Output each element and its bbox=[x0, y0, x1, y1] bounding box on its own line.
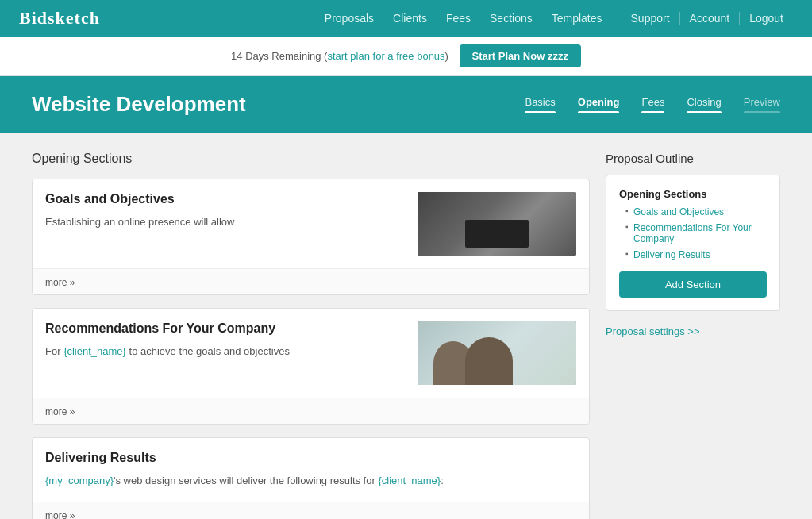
people-image bbox=[418, 321, 576, 385]
card-delivering-more-link[interactable]: more » bbox=[45, 510, 75, 520]
card-delivering-desc: {my_company}'s web design services will … bbox=[45, 473, 567, 489]
card-goals-title[interactable]: Goals and Objectives bbox=[45, 192, 408, 206]
right-panel: Proposal Outline Opening Sections Goals … bbox=[606, 152, 780, 519]
left-panel: Opening Sections Goals and Objectives Es… bbox=[32, 152, 590, 519]
nav-sections[interactable]: Sections bbox=[490, 12, 533, 25]
outline-title: Proposal Outline bbox=[606, 152, 780, 165]
opening-sections-heading: Opening Sections bbox=[32, 152, 590, 166]
outline-item-goals[interactable]: Goals and Objectives bbox=[625, 206, 767, 217]
outline-item-delivering[interactable]: Delivering Results bbox=[625, 249, 767, 260]
trial-banner: 14 Days Remaining (start plan for a free… bbox=[0, 37, 812, 76]
card-goals-image bbox=[418, 192, 576, 256]
card-delivering-more-row: more » bbox=[33, 502, 589, 520]
nav-support[interactable]: Support bbox=[622, 12, 680, 25]
card-recommendations: Recommendations For Your Company For {cl… bbox=[32, 308, 590, 425]
start-plan-button[interactable]: Start Plan Now zzzz bbox=[460, 44, 581, 67]
card-recommendations-text: Recommendations For Your Company For {cl… bbox=[45, 321, 418, 385]
card-goals-text: Goals and Objectives Establishing an onl… bbox=[45, 192, 418, 256]
card-recommendations-title[interactable]: Recommendations For Your Company bbox=[45, 321, 408, 336]
nav-fees[interactable]: Fees bbox=[446, 12, 471, 25]
proposal-settings-link[interactable]: Proposal settings >> bbox=[606, 321, 780, 342]
proposal-header: Website Development Basics Opening Fees … bbox=[0, 76, 812, 133]
nav-account[interactable]: Account bbox=[680, 12, 741, 25]
navbar: Bidsketch Proposals Clients Fees Section… bbox=[0, 0, 812, 37]
desk-image bbox=[418, 192, 576, 256]
card-goals: Goals and Objectives Establishing an onl… bbox=[32, 179, 590, 295]
card-delivering-text: Delivering Results {my_company}'s web de… bbox=[45, 451, 576, 489]
card-goals-inner: Goals and Objectives Establishing an onl… bbox=[33, 179, 589, 268]
card-delivering-title[interactable]: Delivering Results bbox=[45, 451, 567, 465]
card-goals-desc: Establishing an online presence will all… bbox=[45, 214, 408, 230]
step-closing[interactable]: Closing bbox=[687, 96, 721, 113]
bonus-link[interactable]: start plan for a free bonus bbox=[327, 50, 444, 62]
proposal-steps: Basics Opening Fees Closing Preview bbox=[525, 96, 780, 113]
card-goals-more-row: more » bbox=[33, 268, 589, 294]
step-preview[interactable]: Preview bbox=[744, 96, 780, 113]
nav-right: Support Account Logout bbox=[622, 12, 793, 25]
step-fees[interactable]: Fees bbox=[641, 96, 664, 113]
nav-templates[interactable]: Templates bbox=[552, 12, 602, 25]
card-recommendations-inner: Recommendations For Your Company For {cl… bbox=[33, 309, 589, 398]
outline-item-recommendations[interactable]: Recommendations For Your Company bbox=[625, 222, 767, 244]
card-recommendations-desc: For {client_name} to achieve the goals a… bbox=[45, 344, 408, 359]
add-section-button[interactable]: Add Section bbox=[619, 271, 767, 298]
outline-box: Opening Sections Goals and Objectives Re… bbox=[606, 175, 780, 311]
step-basics[interactable]: Basics bbox=[525, 96, 555, 113]
card-goals-more-link[interactable]: more » bbox=[45, 277, 75, 288]
step-opening[interactable]: Opening bbox=[578, 96, 620, 113]
card-delivering: Delivering Results {my_company}'s web de… bbox=[32, 437, 590, 519]
card-recommendations-image bbox=[418, 321, 576, 385]
proposal-title: Website Development bbox=[32, 92, 246, 117]
banner-text: 14 Days Remaining (start plan for a free… bbox=[231, 50, 448, 62]
card-delivering-inner: Delivering Results {my_company}'s web de… bbox=[33, 438, 589, 502]
outline-section-label: Opening Sections bbox=[619, 188, 767, 200]
nav-clients[interactable]: Clients bbox=[393, 12, 427, 25]
outline-items: Goals and Objectives Recommendations For… bbox=[619, 206, 767, 260]
nav-proposals[interactable]: Proposals bbox=[325, 12, 374, 25]
brand-logo[interactable]: Bidsketch bbox=[19, 8, 100, 29]
card-recommendations-more-row: more » bbox=[33, 398, 589, 424]
nav-links: Proposals Clients Fees Sections Template… bbox=[325, 12, 602, 25]
card-recommendations-more-link[interactable]: more » bbox=[45, 406, 75, 417]
nav-logout[interactable]: Logout bbox=[740, 12, 793, 25]
main-content: Opening Sections Goals and Objectives Es… bbox=[0, 133, 812, 519]
